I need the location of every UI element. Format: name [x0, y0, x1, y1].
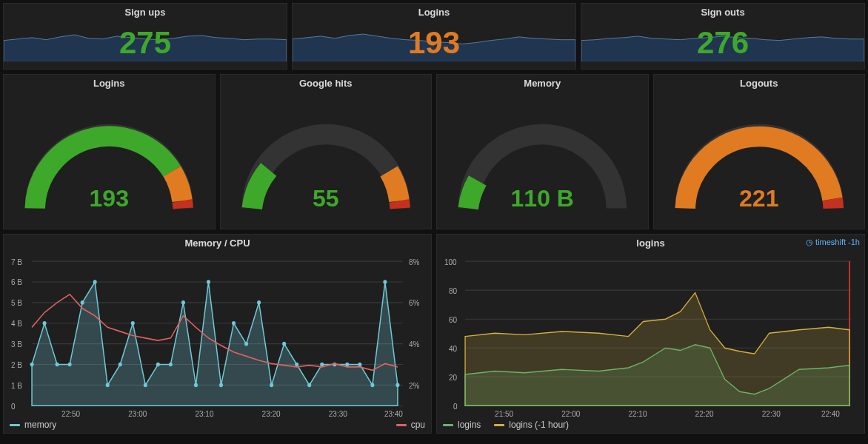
- gauge-row: Logins 193 Google hits 55 Memory: [3, 74, 865, 229]
- svg-point-45: [270, 383, 273, 388]
- svg-point-35: [144, 383, 147, 388]
- stat-value: 193: [408, 25, 460, 61]
- stat-value: 276: [697, 25, 749, 61]
- legend-swatch: [443, 424, 453, 426]
- timeshift-badge: ◷ timeshift -1h: [806, 238, 860, 247]
- svg-text:8%: 8%: [409, 257, 420, 266]
- svg-text:3 B: 3 B: [11, 340, 22, 349]
- chart-svg: 7 B 6 B 5 B 4 B 3 B 2 B 1 B 0 8% 6% 4% 2…: [10, 253, 425, 418]
- svg-point-46: [282, 342, 286, 346]
- svg-text:7 B: 7 B: [11, 257, 22, 266]
- panel-title: Logouts: [654, 75, 865, 90]
- panel-title: Google hits: [221, 75, 432, 90]
- clock-icon: ◷: [806, 238, 813, 246]
- svg-text:20: 20: [449, 372, 457, 382]
- legend-label: memory: [24, 420, 56, 430]
- svg-text:0: 0: [11, 401, 16, 411]
- svg-point-36: [156, 363, 160, 367]
- svg-point-27: [43, 321, 47, 326]
- legend-swatch: [396, 424, 407, 426]
- stat-value: 275: [119, 25, 171, 61]
- stat-logins[interactable]: Logins 193: [292, 3, 576, 70]
- svg-text:6%: 6%: [409, 298, 420, 308]
- svg-point-42: [232, 321, 236, 326]
- svg-point-48: [307, 383, 311, 388]
- gauge-value: 221: [739, 185, 778, 212]
- timeshift-label: timeshift -1h: [815, 238, 860, 246]
- gauge-logins[interactable]: Logins 193: [3, 74, 216, 229]
- svg-text:40: 40: [449, 343, 457, 353]
- gauge-value: 55: [313, 185, 339, 212]
- svg-point-32: [106, 383, 110, 388]
- svg-text:100: 100: [444, 257, 457, 266]
- svg-text:80: 80: [449, 286, 457, 295]
- svg-text:22:40: 22:40: [821, 408, 840, 418]
- svg-text:22:00: 22:00: [561, 408, 580, 418]
- svg-text:1 B: 1 B: [11, 380, 22, 390]
- svg-point-28: [56, 363, 59, 367]
- stat-signups[interactable]: Sign ups 275: [3, 3, 287, 70]
- stat-signouts[interactable]: Sign outs 276: [581, 3, 865, 70]
- svg-text:4 B: 4 B: [11, 319, 22, 329]
- legend-item-logins-shift[interactable]: logins (-1 hour): [494, 420, 569, 430]
- logins-chart[interactable]: logins ◷ timeshift -1h 100 80 60 40 20: [436, 234, 865, 434]
- gauge-memory[interactable]: Memory 110 B: [436, 74, 649, 229]
- panel-title: Logins: [293, 4, 575, 19]
- svg-text:23:30: 23:30: [329, 408, 347, 418]
- svg-text:23:00: 23:00: [128, 408, 147, 418]
- svg-point-54: [383, 280, 387, 284]
- panel-title: Memory: [437, 75, 648, 90]
- stat-row: Sign ups 275 Logins 193 Sign outs 276: [3, 3, 865, 70]
- svg-point-26: [30, 363, 34, 367]
- legend-item-memory[interactable]: memory: [10, 420, 56, 430]
- memory-cpu-chart[interactable]: Memory / CPU 7 B 6 B 5 B 4 B 3 B: [3, 234, 432, 434]
- svg-text:22:10: 22:10: [628, 408, 647, 418]
- chart-row: Memory / CPU 7 B 6 B 5 B 4 B 3 B: [3, 234, 865, 434]
- panel-title: Sign ups: [4, 4, 287, 19]
- svg-text:23:10: 23:10: [195, 408, 213, 418]
- svg-text:22:30: 22:30: [762, 408, 781, 418]
- chart-svg: 100 80 60 40 20 0 21:50 22:00 22:10 22:2…: [443, 253, 858, 418]
- svg-point-49: [320, 363, 324, 367]
- svg-text:5 B: 5 B: [11, 298, 22, 308]
- svg-point-44: [257, 300, 261, 305]
- panel-title: logins: [437, 235, 864, 250]
- panel-title: Sign outs: [581, 4, 864, 19]
- svg-text:0: 0: [453, 401, 458, 411]
- gauge-value: 110 B: [511, 185, 574, 212]
- legend-item-cpu[interactable]: cpu: [396, 420, 425, 430]
- svg-point-29: [68, 363, 72, 367]
- svg-point-30: [81, 300, 84, 305]
- svg-point-31: [93, 280, 97, 284]
- svg-point-38: [181, 300, 185, 305]
- panel-title: Memory / CPU: [4, 235, 431, 250]
- svg-point-52: [358, 363, 361, 367]
- svg-text:6 B: 6 B: [11, 278, 22, 287]
- svg-point-43: [244, 342, 248, 346]
- svg-point-53: [370, 383, 374, 388]
- svg-text:21:50: 21:50: [495, 408, 513, 418]
- legend-label: logins (-1 hour): [509, 420, 569, 430]
- svg-point-51: [345, 363, 349, 367]
- panel-title: Logins: [4, 75, 215, 90]
- legend-label: logins: [458, 420, 481, 430]
- svg-point-41: [219, 383, 223, 388]
- svg-text:23:40: 23:40: [384, 408, 403, 418]
- svg-point-37: [169, 363, 173, 367]
- legend-item-logins[interactable]: logins: [443, 420, 481, 430]
- gauge-google-hits[interactable]: Google hits 55: [220, 74, 433, 229]
- svg-point-33: [118, 363, 122, 367]
- svg-point-55: [395, 383, 399, 388]
- legend-swatch: [494, 424, 504, 426]
- gauge-logouts[interactable]: Logouts 221: [653, 74, 866, 229]
- svg-text:22:50: 22:50: [61, 408, 80, 418]
- svg-text:60: 60: [449, 314, 457, 324]
- svg-point-39: [194, 383, 198, 388]
- svg-point-34: [131, 321, 135, 326]
- legend-swatch: [10, 424, 20, 426]
- svg-text:4%: 4%: [409, 340, 420, 349]
- gauge-value: 193: [90, 185, 129, 212]
- svg-text:2%: 2%: [409, 380, 420, 390]
- svg-point-47: [295, 363, 298, 367]
- legend-label: cpu: [411, 420, 425, 430]
